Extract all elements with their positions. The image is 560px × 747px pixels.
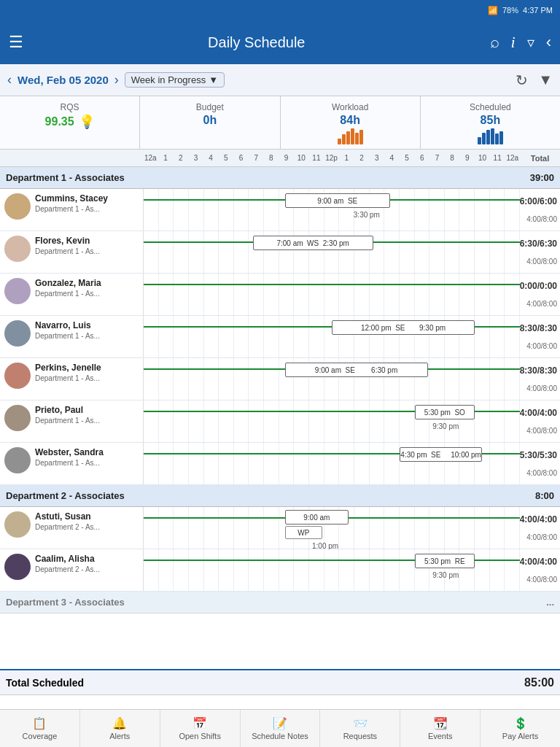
schedule-grid-perkins[interactable]: 9:00 am SE 6:30 pm <box>143 358 520 400</box>
shift-block-cummins[interactable]: 9:00 am SE <box>285 193 390 208</box>
avatar-caalim <box>4 554 31 580</box>
tab-alerts-label: Alerts <box>109 732 130 740</box>
top-nav: ☰ Daily Schedule ⌕ i ▿ ‹ <box>0 20 560 64</box>
avatar-cummins <box>4 193 31 220</box>
emp-info-flores[interactable]: Flores, Kevin Department 1 - As... <box>0 231 143 273</box>
tab-coverage[interactable]: 📋 Coverage <box>0 710 80 747</box>
next-date-button[interactable]: › <box>114 72 119 88</box>
tab-alerts[interactable]: 🔔 Alerts <box>80 710 160 747</box>
shift-block-flores[interactable]: 7:00 am WS 2:30 pm <box>253 236 373 250</box>
dept-1-name: Department 1 - Associates <box>6 172 514 183</box>
emp-dept-gonzalez: Department 1 - As... <box>35 290 101 298</box>
shift-block-caalim[interactable]: 5:30 pm RE <box>415 554 475 568</box>
schedule-grid-prieto[interactable]: 5:30 pm SO 9:30 pm <box>143 400 520 442</box>
total-navarro: 8:30/8:30 4:00/8:00 <box>520 316 560 357</box>
right-icons: ↻ ▼ <box>516 71 553 89</box>
info-icon[interactable]: i <box>511 33 516 52</box>
shift-block-astuti-2[interactable]: WP <box>285 526 323 539</box>
emp-info-astuti[interactable]: Astuti, Susan Department 2 - As... <box>0 507 143 549</box>
schedule-grid-astuti[interactable]: 9:00 am WP 1:00 pm <box>143 507 520 549</box>
emp-dept-webster: Department 1 - As... <box>35 459 104 467</box>
week-badge[interactable]: Week in Progress ▼ <box>125 72 225 88</box>
schedule-grid-webster[interactable]: 4:30 pm SE 10:00 pm <box>143 443 520 484</box>
green-line-gonzalez <box>144 284 520 285</box>
dept-3-name: Department 3 - Associates <box>6 597 514 608</box>
emp-row-perkins: Perkins, Jenelle Department 1 - As... 9:… <box>0 358 560 400</box>
emp-dept-astuti: Department 2 - As... <box>35 523 100 531</box>
events-icon: 📆 <box>433 716 448 730</box>
avatar-navarro <box>4 320 31 347</box>
total-col-header: Total <box>520 154 560 163</box>
tab-open-shifts[interactable]: 📅 Open Shifts <box>160 710 241 747</box>
schedule-grid-cummins[interactable]: 9:00 am SE 3:30 pm <box>143 189 520 231</box>
emp-info-perkins[interactable]: Perkins, Jenelle Department 1 - As... <box>0 358 143 400</box>
total-main-navarro: 8:30/8:30 <box>520 323 557 333</box>
prev-date-button[interactable]: ‹ <box>7 72 12 88</box>
download-icon[interactable]: ▼ <box>538 71 553 89</box>
date-bar: ‹ Wed, Feb 05 2020 › Week in Progress ▼ … <box>0 64 560 96</box>
shift-block-perkins[interactable]: 9:00 am SE 6:30 pm <box>285 363 428 377</box>
dept-2-name: Department 2 - Associates <box>6 490 514 501</box>
shift-block-navarro[interactable]: 12:00 pm SE 9:30 pm <box>332 320 475 335</box>
avatar-prieto <box>4 405 31 431</box>
back-icon[interactable]: ‹ <box>546 33 551 52</box>
refresh-icon[interactable]: ↻ <box>516 71 528 89</box>
budget-value: 0h <box>147 114 272 127</box>
total-main-caalim: 4:00/4:00 <box>520 557 557 567</box>
search-icon[interactable]: ⌕ <box>490 33 499 52</box>
emp-row-webster: Webster, Sandra Department 1 - As... 4:3… <box>0 443 560 485</box>
total-scheduled-bar: Total Scheduled 85:00 <box>0 669 560 695</box>
workload-label: Workload <box>288 102 413 112</box>
workload-value: 84h <box>288 114 413 127</box>
nav-icons: ⌕ i ▿ ‹ <box>490 33 551 52</box>
total-sub-flores: 4:00/8:00 <box>526 258 557 266</box>
emp-info-caalim[interactable]: Caalim, Alisha Department 2 - As... <box>0 549 143 591</box>
schedule-grid-gonzalez[interactable] <box>143 274 520 315</box>
time-header: 12a 1 2 3 4 5 6 7 8 9 10 11 12p 1 2 3 4 … <box>0 150 560 167</box>
total-caalim: 4:00/4:00 4:00/8:00 <box>520 549 560 591</box>
shift-block-prieto[interactable]: 5:30 pm SO <box>415 405 475 419</box>
tab-requests[interactable]: 📨 Requests <box>320 710 400 747</box>
emp-row-gonzalez: Gonzalez, Maria Department 1 - As... 0:0… <box>0 274 560 316</box>
tab-open-shifts-label: Open Shifts <box>179 732 220 740</box>
tab-pay-alerts-label: Pay Alerts <box>502 732 539 740</box>
pay-alerts-icon: 💲 <box>513 716 528 730</box>
emp-name-webster: Webster, Sandra <box>35 447 104 459</box>
schedule-grid-flores[interactable]: 7:00 am WS 2:30 pm <box>143 231 520 273</box>
avatar-astuti <box>4 511 31 538</box>
emp-dept-navarro: Department 1 - As... <box>35 332 100 340</box>
total-sub-caalim: 4:00/8:00 <box>526 576 557 584</box>
avatar-perkins <box>4 363 31 389</box>
time-display: 4:37 PM <box>523 6 553 15</box>
total-sub-webster: 4:00/8:00 <box>526 469 557 477</box>
emp-name-caalim: Caalim, Alisha <box>35 554 100 565</box>
total-sub-perkins: 4:00/8:00 <box>526 384 557 392</box>
tab-events[interactable]: 📆 Events <box>400 710 481 747</box>
scheduled-label: Scheduled <box>428 102 553 112</box>
menu-icon[interactable]: ☰ <box>9 33 23 52</box>
shift-block-astuti[interactable]: 9:00 am <box>285 510 349 525</box>
schedule-content[interactable]: Department 1 - Associates 39:00 Cummins,… <box>0 167 560 669</box>
emp-info-cummins[interactable]: Cummins, Stacey Department 1 - As... <box>0 189 143 231</box>
schedule-grid-caalim[interactable]: 5:30 pm RE 9:30 pm <box>143 549 520 591</box>
shift-block-webster[interactable]: 4:30 pm SE 10:00 pm <box>400 447 483 462</box>
workload-bars <box>288 128 413 144</box>
open-shifts-icon: 📅 <box>192 716 207 730</box>
emp-info-prieto[interactable]: Prieto, Paul Department 1 - As... <box>0 400 143 442</box>
emp-row-cummins: Cummins, Stacey Department 1 - As... 9:0… <box>0 189 560 231</box>
emp-info-navarro[interactable]: Navarro, Luis Department 1 - As... <box>0 316 143 357</box>
requests-icon: 📨 <box>353 716 368 730</box>
schedule-grid-navarro[interactable]: 12:00 pm SE 9:30 pm <box>143 316 520 357</box>
filter-icon[interactable]: ▿ <box>527 34 534 51</box>
tab-pay-alerts[interactable]: 💲 Pay Alerts <box>481 710 560 747</box>
emp-info-gonzalez[interactable]: Gonzalez, Maria Department 1 - As... <box>0 274 143 315</box>
stats-row: RQS 99.35 💡 Budget 0h Workload 84h Sched… <box>0 96 560 150</box>
shift-time-prieto: 9:30 pm <box>429 419 462 433</box>
coverage-icon: 📋 <box>32 716 47 730</box>
lightbulb-icon[interactable]: 💡 <box>79 114 95 130</box>
tab-schedule-notes[interactable]: 📝 Schedule Notes <box>241 710 321 747</box>
emp-info-webster[interactable]: Webster, Sandra Department 1 - As... <box>0 443 143 484</box>
emp-name-perkins: Perkins, Jenelle <box>35 363 101 374</box>
emp-row-navarro: Navarro, Luis Department 1 - As... 12:00… <box>0 316 560 358</box>
dept-1-total: 39:00 <box>514 172 554 183</box>
